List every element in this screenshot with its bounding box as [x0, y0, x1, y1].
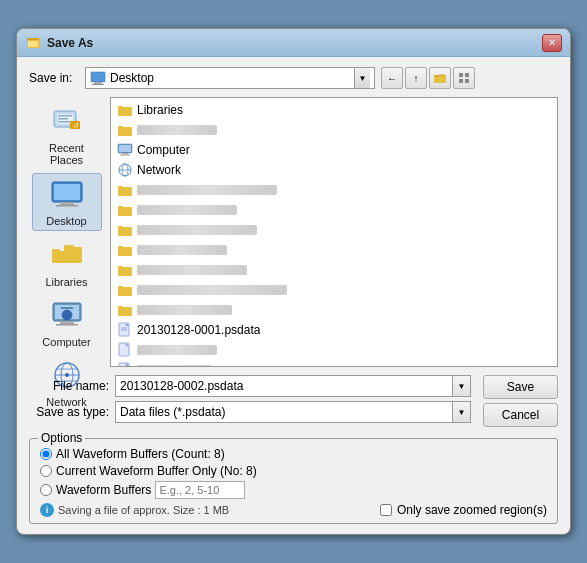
blurred-name: [137, 365, 212, 367]
sidebar-item-computer[interactable]: Computer: [32, 295, 102, 351]
options-legend: Options: [38, 431, 85, 445]
file-list[interactable]: Libraries: [110, 97, 558, 367]
blurred-name: [137, 245, 227, 255]
list-item[interactable]: [113, 280, 555, 300]
title-bar: Save As ✕: [17, 29, 570, 57]
psdata-icon: [117, 322, 133, 338]
radio-waveform-buffers: Waveform Buffers: [40, 481, 547, 499]
svg-rect-10: [459, 79, 463, 83]
list-item[interactable]: [113, 260, 555, 280]
computer-label: Computer: [42, 336, 90, 348]
svg-rect-26: [64, 247, 82, 263]
svg-rect-52: [118, 186, 123, 189]
save-in-combo[interactable]: Desktop ▼: [85, 67, 375, 89]
file-name-dropdown-arrow[interactable]: ▼: [452, 376, 470, 396]
file-name-combo[interactable]: 20130128-0002.psdata ▼: [115, 375, 471, 397]
list-item[interactable]: Network: [113, 160, 555, 180]
dialog-body: Save in: Desktop ▼ ← ↑: [17, 57, 570, 534]
blurred-name: [137, 225, 257, 235]
status-text: Saving a file of approx. Size : 1 MB: [58, 504, 229, 516]
list-item[interactable]: Libraries: [113, 100, 555, 120]
sidebar-item-libraries[interactable]: Libraries: [32, 235, 102, 291]
save-in-row: Save in: Desktop ▼ ← ↑: [29, 67, 558, 89]
sidebar-item-recent[interactable]: ↺ Recent Places: [32, 101, 102, 169]
list-item[interactable]: Computer: [113, 140, 555, 160]
svg-rect-46: [122, 153, 128, 155]
list-item[interactable]: [113, 340, 555, 360]
dialog-title: Save As: [47, 36, 542, 50]
list-item[interactable]: 20130128-0001.psdata: [113, 320, 555, 340]
save-in-dropdown-arrow[interactable]: ▼: [354, 68, 370, 88]
only-save-zoomed-label: Only save zoomed region(s): [397, 503, 547, 517]
radio-all-waveform-input[interactable]: [40, 448, 52, 460]
save-button[interactable]: Save: [483, 375, 558, 399]
svg-rect-11: [465, 79, 469, 83]
blurred-name: [137, 285, 287, 295]
left-panel: ↺ Recent Places: [29, 97, 104, 367]
new-folder-button[interactable]: [429, 67, 451, 89]
svg-rect-43: [118, 126, 123, 129]
list-item[interactable]: [113, 180, 555, 200]
svg-rect-62: [118, 286, 123, 289]
libraries-label: Libraries: [45, 276, 87, 288]
folder-icon: [117, 302, 133, 318]
action-buttons: Save Cancel: [483, 375, 558, 427]
close-button[interactable]: ✕: [542, 34, 562, 52]
list-item[interactable]: [113, 360, 555, 367]
list-item[interactable]: [113, 200, 555, 220]
folder-icon: [117, 222, 133, 238]
recent-places-label: Recent Places: [35, 142, 99, 166]
radio-current-waveform-label: Current Waveform Buffer Only (No: 8): [56, 464, 257, 478]
status-row: i Saving a file of approx. Size : 1 MB: [40, 503, 229, 517]
computer-icon: [49, 298, 85, 334]
svg-rect-9: [465, 73, 469, 77]
save-type-row: Save as type: Data files (*.psdata) ▼: [29, 401, 471, 423]
blurred-name: [137, 265, 247, 275]
blurred-name: [137, 305, 232, 315]
svg-rect-45: [119, 145, 131, 152]
list-item[interactable]: [113, 300, 555, 320]
list-item[interactable]: [113, 240, 555, 260]
file-name-label: File name:: [29, 379, 109, 393]
desktop-label: Desktop: [46, 215, 86, 227]
blurred-name: [137, 345, 217, 355]
file-item-name: Network: [137, 163, 181, 177]
views-button[interactable]: [453, 67, 475, 89]
svg-rect-64: [118, 306, 123, 309]
radio-waveform-buffers-input[interactable]: [40, 484, 52, 496]
svg-rect-22: [60, 202, 74, 205]
save-type-dropdown-arrow[interactable]: ▼: [452, 402, 470, 422]
waveform-range-input[interactable]: [155, 481, 245, 499]
only-save-zoomed-checkbox[interactable]: [380, 504, 392, 516]
radio-all-waveform: All Waveform Buffers (Count: 8): [40, 447, 547, 461]
svg-rect-3: [91, 72, 105, 82]
file-name-value[interactable]: 20130128-0002.psdata: [116, 379, 452, 393]
file-item-name: 20130128-0001.psdata: [137, 323, 260, 337]
desktop-combo-icon: [90, 70, 106, 86]
svg-rect-5: [94, 82, 102, 84]
list-item[interactable]: [113, 220, 555, 240]
computer-icon: [117, 142, 133, 158]
up-button[interactable]: ↑: [405, 67, 427, 89]
folder-icon: [117, 242, 133, 258]
save-type-combo[interactable]: Data files (*.psdata) ▼: [115, 401, 471, 423]
svg-rect-54: [118, 206, 123, 209]
svg-rect-8: [459, 73, 463, 77]
save-type-label: Save as type:: [29, 405, 109, 419]
svg-rect-15: [58, 118, 68, 120]
svg-text:↺: ↺: [73, 122, 79, 129]
folder-icon: [117, 102, 133, 118]
file-item-name: Computer: [137, 143, 190, 157]
back-button[interactable]: ←: [381, 67, 403, 89]
desktop-icon: [49, 177, 85, 213]
radio-waveform-buffers-label: Waveform Buffers: [56, 483, 151, 497]
radio-current-waveform-input[interactable]: [40, 465, 52, 477]
radio-current-waveform: Current Waveform Buffer Only (No: 8): [40, 464, 547, 478]
file-icon: [117, 342, 133, 358]
list-item[interactable]: [113, 120, 555, 140]
info-icon: i: [40, 503, 54, 517]
cancel-button[interactable]: Cancel: [483, 403, 558, 427]
save-in-value: Desktop: [110, 71, 350, 85]
sidebar-item-desktop[interactable]: Desktop: [32, 173, 102, 231]
dialog-icon: [25, 35, 41, 51]
